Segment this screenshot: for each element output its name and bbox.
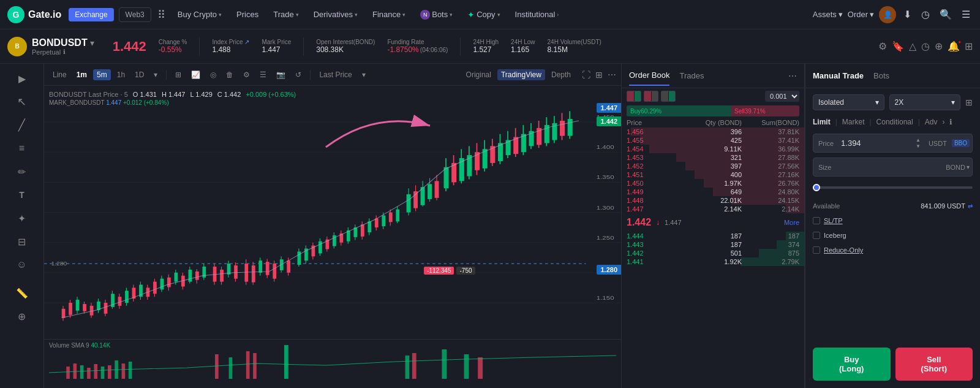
ob-ask-row[interactable]: 1.450 1.97K 26.76K — [622, 179, 804, 188]
clock-icon[interactable]: ◷ — [919, 9, 932, 20]
ob-ask-row[interactable]: 1.453 321 27.88K — [622, 153, 804, 162]
iceberg-checkbox[interactable] — [813, 232, 820, 239]
logo[interactable]: G Gate.io — [7, 6, 61, 23]
list-icon[interactable]: ☰ — [256, 69, 270, 80]
manual-trade-tab[interactable]: Manual Trade — [813, 71, 864, 80]
ruler-icon[interactable]: 📏 — [12, 283, 32, 303]
buy-long-button[interactable]: Buy(Long) — [813, 348, 891, 381]
ob-ask-row[interactable]: 1.449 649 24.80K — [622, 188, 804, 196]
order-type-more-icon[interactable]: › — [942, 118, 944, 126]
sltp-label[interactable]: SL/TP — [824, 217, 843, 224]
bbo-badge[interactable]: BBO — [952, 139, 970, 147]
exchange-button[interactable]: Exchange — [69, 8, 113, 21]
filter-icon[interactable]: ⚙ — [878, 40, 887, 52]
1d-button[interactable]: 1D — [131, 69, 148, 80]
original-tab[interactable]: Original — [462, 69, 495, 80]
leverage-select[interactable]: 2X ▾ — [889, 94, 961, 110]
adv-order-btn[interactable]: Adv — [925, 115, 938, 129]
play-icon[interactable]: ▶ — [12, 69, 32, 88]
bots-tab[interactable]: Bots — [873, 71, 889, 80]
nav-derivatives[interactable]: Derivatives ▾ — [307, 10, 364, 19]
nav-bots[interactable]: N Bots ▾ — [414, 10, 459, 20]
1m-button[interactable]: 1m — [73, 69, 91, 80]
ob-ask-row[interactable]: 1.447 2.14K 2.14K — [622, 205, 804, 213]
market-order-btn[interactable]: Market — [842, 115, 865, 129]
share-icon[interactable]: ⊕ — [935, 40, 943, 52]
nav-copy[interactable]: ✦ Copy ▾ — [461, 10, 506, 20]
ticker-name[interactable]: BONDUSDT — [32, 37, 88, 48]
ob-ask-row[interactable]: 1.454 9.11K 36.99K — [622, 145, 804, 153]
tools-icon[interactable]: ⚙ — [239, 69, 254, 80]
replay-icon[interactable]: ↺ — [292, 69, 305, 80]
text-icon[interactable]: T — [12, 185, 32, 205]
ob-ask-row[interactable]: 1.448 22.01K 24.15K — [622, 196, 804, 205]
trades-tab[interactable]: Trades — [679, 66, 704, 85]
sltp-checkbox[interactable] — [813, 217, 820, 224]
available-arrow-icon[interactable]: ⇄ — [968, 203, 973, 210]
cursor-icon[interactable]: ↖ — [12, 92, 32, 112]
alert-icon[interactable]: △ — [909, 40, 916, 52]
ob-ask-row[interactable]: 1.451 400 27.16K — [622, 170, 804, 179]
price-up-btn[interactable]: ▲ — [915, 137, 921, 143]
1h-button[interactable]: 1h — [113, 69, 129, 80]
eye-icon[interactable]: ◎ — [206, 69, 220, 80]
ob-bid-row[interactable]: 1.442 501 875 — [622, 249, 804, 257]
ob-qty-select[interactable]: 0.001 0.01 0.1 — [765, 91, 799, 102]
nav-prices[interactable]: Prices — [230, 10, 265, 19]
ob-ask-row[interactable]: 1.456 396 37.81K — [622, 127, 804, 136]
calculator-icon[interactable]: ⊞ — [965, 97, 973, 107]
5m-button[interactable]: 5m — [93, 69, 111, 80]
fullscreen-icon[interactable]: ⛶ — [582, 70, 590, 80]
ticker-dropdown-icon[interactable]: ▾ — [90, 38, 94, 48]
line-type-button[interactable]: Line — [49, 69, 70, 80]
reduce-only-label[interactable]: Reduce-Only — [824, 246, 863, 254]
grid-icon[interactable]: ⊞ — [595, 70, 603, 80]
web3-button[interactable]: Web3 — [119, 7, 151, 22]
ob-ask-row[interactable]: 1.455 425 37.41K — [622, 136, 804, 145]
price-input[interactable] — [839, 134, 913, 152]
apps-icon[interactable]: ⠿ — [157, 8, 165, 21]
menu-icon[interactable]: ☰ — [959, 9, 973, 20]
tradingview-tab[interactable]: TradingView — [497, 69, 545, 80]
candle-type-icon[interactable]: ⊞ — [172, 69, 185, 80]
patterns-icon[interactable]: ⊟ — [12, 232, 32, 251]
reduce-only-checkbox[interactable] — [813, 246, 820, 254]
order-info-icon[interactable]: ℹ — [949, 118, 952, 126]
ob-bid-row[interactable]: 1.444 187 187 — [622, 232, 804, 240]
ob-ask-row[interactable]: 1.452 397 27.56K — [622, 162, 804, 170]
nav-trade[interactable]: Trade ▾ — [267, 10, 304, 19]
dropdown-icon[interactable]: ▾ — [358, 69, 369, 80]
nav-order[interactable]: Order ▾ — [848, 10, 874, 19]
camera-icon[interactable]: 📷 — [273, 69, 289, 80]
ob-filter-bids[interactable] — [661, 91, 676, 102]
line-tool-icon[interactable]: ╱ — [12, 115, 32, 135]
orderbook-tab[interactable]: Order Book — [629, 66, 669, 86]
ob-filter-asks[interactable] — [644, 91, 658, 102]
ob-settings-icon[interactable]: ⋯ — [788, 71, 797, 81]
pencil-icon[interactable]: ✏ — [12, 162, 32, 181]
bookmark-icon[interactable]: 🔖 — [892, 40, 904, 52]
limit-order-btn[interactable]: Limit — [813, 115, 831, 129]
lines-tool-icon[interactable]: ≡ — [12, 139, 32, 158]
depth-tab[interactable]: Depth — [548, 69, 575, 80]
nav-finance[interactable]: Finance ▾ — [366, 10, 412, 19]
network-icon[interactable]: ✦ — [12, 208, 32, 228]
nav-institutional[interactable]: Institutional › — [509, 10, 565, 19]
nav-buycrypto[interactable]: Buy Crypto ▾ — [172, 10, 228, 19]
emoji-icon[interactable]: ☺ — [12, 255, 32, 275]
bell-icon[interactable]: 🔔● — [948, 40, 960, 52]
price-down-btn[interactable]: ▼ — [915, 143, 921, 150]
magnify-icon[interactable]: ⊕ — [12, 306, 32, 326]
indicator-icon[interactable]: 📈 — [187, 69, 204, 80]
ob-bid-row[interactable]: 1.443 187 374 — [622, 240, 804, 249]
clock2-icon[interactable]: ◷ — [921, 40, 930, 52]
download-icon[interactable]: ⬇ — [901, 9, 914, 20]
slider-thumb[interactable] — [813, 184, 820, 191]
ob-more-button[interactable]: More — [784, 219, 799, 226]
ob-bid-row[interactable]: 1.441 1.92K 2.79K — [622, 257, 804, 266]
expand-icon[interactable]: ⊞ — [965, 40, 973, 52]
conditional-order-btn[interactable]: Conditional — [876, 115, 913, 129]
user-avatar[interactable]: 👤 — [879, 6, 896, 23]
sell-short-button[interactable]: Sell(Short) — [895, 348, 973, 381]
size-input[interactable] — [836, 158, 943, 176]
